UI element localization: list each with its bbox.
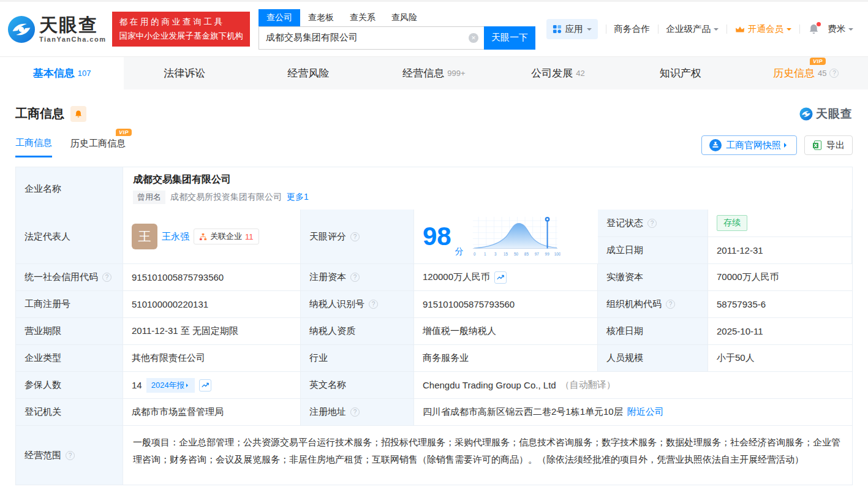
status-badge: 存续: [717, 215, 747, 231]
reg-capital-value: 120000万人民币: [423, 271, 490, 283]
subscribe-bell-button[interactable]: [70, 106, 86, 122]
annual-report-label: 2024年报: [151, 380, 185, 391]
slogan-line2: 国家中小企业发展子基金旗下机构: [119, 29, 243, 43]
vip-badge: VIP: [116, 129, 132, 136]
tab-label: 经营风险: [288, 66, 330, 80]
company-type-value: 其他有限责任公司: [123, 345, 301, 372]
search-tab-relation[interactable]: 查关系: [350, 9, 376, 26]
address-value: 四川省成都市高新区锦云西二巷2号1栋1单元10层: [423, 406, 623, 418]
company-tabbar: 基本信息 107 法律诉讼 经营风险 经营信息 999+ 公司发展 42 知识产…: [0, 56, 868, 89]
search-tab-company[interactable]: 查公司: [259, 9, 300, 26]
former-name-tag: 曾用名: [133, 191, 165, 204]
staff-size-label: 人员规模: [598, 345, 708, 372]
svg-text:3: 3: [494, 252, 497, 256]
export-button[interactable]: 导出: [804, 135, 853, 155]
industry-value: 商务服务业: [414, 345, 598, 372]
nav-username: 费米: [828, 23, 845, 35]
score-value: 98: [423, 224, 451, 249]
svg-text:15: 15: [504, 252, 508, 256]
notification-dot: [817, 22, 821, 26]
logo-domain-text: TianYanCha.com: [39, 36, 106, 43]
table-row: 工商注册号 510100000220131 纳税人识别号 ? 915101005…: [16, 291, 852, 318]
tab-company-development[interactable]: 公司发展 42: [496, 57, 620, 89]
nav-apps[interactable]: 应用: [546, 19, 598, 39]
business-term-value: 2011-12-31 至 无固定期限: [123, 318, 301, 345]
site-logo[interactable]: 天眼查 TianYanCha.com: [7, 15, 106, 44]
help-icon[interactable]: ?: [350, 232, 360, 241]
help-icon[interactable]: ?: [647, 219, 657, 228]
nav-user-menu[interactable]: 费米: [828, 23, 853, 35]
search-clear-icon[interactable]: ✕: [469, 33, 478, 43]
approval-date-value: 2025-10-11: [708, 318, 852, 345]
paid-capital-value: 70000万人民币: [708, 264, 852, 291]
chevron-down-icon: [587, 28, 592, 33]
nav-enterprise-label: 企业级产品: [666, 23, 711, 35]
search-button[interactable]: 天眼一下: [484, 26, 535, 50]
nav-apps-label: 应用: [565, 23, 583, 35]
reg-authority-value: 成都市市场监督管理局: [123, 399, 301, 426]
uscc-value: 915101005875793560: [123, 264, 301, 291]
score-cell: 98 分: [414, 210, 598, 264]
svg-text:1: 1: [484, 252, 486, 256]
legal-rep-avatar[interactable]: 王: [132, 224, 157, 249]
tab-count: 45: [818, 69, 826, 78]
legal-rep-name-link[interactable]: 王永强: [162, 231, 189, 243]
tab-basic-info[interactable]: 基本信息 107: [0, 57, 124, 89]
search-tab-risk[interactable]: 查风险: [391, 9, 417, 26]
tab-operation-risk[interactable]: 经营风险: [248, 57, 372, 89]
business-scope-label: 经营范围: [25, 450, 61, 461]
help-icon[interactable]: ?: [102, 273, 111, 282]
company-name-cell: 成都交易集团有限公司 曾用名 成都交易所投资集团有限公司 更多1: [123, 167, 852, 211]
address-label-cell: 注册地址 ?: [301, 399, 414, 426]
tab-operation-info[interactable]: 经营信息 999+: [372, 57, 496, 89]
help-icon[interactable]: ?: [666, 300, 675, 309]
business-scope-value: 一般项目：企业总部管理；公共资源交易平台运行技术服务；招投标代理服务；采购代理服…: [123, 426, 852, 485]
subtab-business-info[interactable]: 工商信息: [15, 137, 52, 157]
main-content: 工商信息 天眼查 工商信息: [0, 89, 868, 485]
related-companies-label: 关联企业: [210, 231, 242, 242]
table-row: 营业期限 2011-12-31 至 无固定期限 纳税人资质 增值税一般纳税人 核…: [16, 318, 852, 345]
help-icon[interactable]: ?: [369, 300, 378, 309]
nav-divider: [658, 25, 659, 34]
english-name-cell: Chengdu Trading Group Co., Ltd （自动翻译）: [414, 372, 852, 399]
arrow-right-icon: [784, 143, 789, 148]
related-companies-badge[interactable]: 关联企业 11: [194, 229, 259, 244]
official-snapshot-button[interactable]: 工商官网快照: [701, 135, 797, 155]
nearby-companies-link[interactable]: 附近公司: [627, 406, 664, 418]
reg-status-label-cell: 登记状态 ?: [598, 210, 708, 237]
tab-label: 知识产权: [660, 66, 701, 80]
company-name-label: 企业名称: [16, 167, 123, 211]
est-date-label: 成立日期: [598, 237, 708, 264]
table-row: 企业类型 其他有限责任公司 行业 商务服务业 人员规模 小于50人: [16, 345, 852, 372]
nav-enterprise[interactable]: 企业级产品: [666, 23, 719, 35]
table-row: 法定代表人 王 王永强 关联企业 11: [16, 210, 852, 264]
reg-status-label: 登记状态: [606, 218, 643, 229]
tianyancha-logo-icon: [799, 107, 813, 121]
nav-cooperation[interactable]: 商务合作: [614, 23, 650, 35]
legal-rep-label: 法定代表人: [16, 210, 123, 264]
search-tab-boss[interactable]: 查老板: [308, 9, 334, 26]
tab-label: 历史信息: [773, 67, 815, 79]
annual-report-badge[interactable]: 2024年报: [146, 378, 195, 393]
table-row: 登记机关 成都市市场监督管理局 注册地址 ? 四川省成都市高新区锦云西二巷2号1…: [16, 399, 852, 426]
trend-chart-icon[interactable]: [199, 379, 211, 392]
nav-open-vip[interactable]: 开通会员: [735, 23, 791, 35]
org-code-value: 58757935-6: [708, 291, 852, 318]
org-code-label: 组织机构代码: [606, 298, 662, 310]
tab-history-info[interactable]: 历史信息 VIP 45 ?: [744, 57, 868, 89]
help-icon[interactable]: ?: [350, 273, 360, 282]
help-icon[interactable]: ?: [66, 451, 75, 460]
nav-divider: [606, 25, 606, 34]
help-icon[interactable]: ?: [829, 69, 839, 78]
trend-chart-icon[interactable]: [494, 271, 507, 284]
tab-legal[interactable]: 法律诉讼: [124, 57, 247, 89]
help-icon[interactable]: ?: [350, 407, 360, 417]
tab-intellectual-property[interactable]: 知识产权: [620, 57, 744, 89]
org-code-label-cell: 组织机构代码 ?: [598, 291, 708, 318]
notifications-button[interactable]: [808, 23, 820, 35]
more-former-names-link[interactable]: 更多1: [287, 192, 309, 203]
svg-text:50: 50: [514, 252, 519, 256]
subtab-history-business-info[interactable]: 历史工商信息 VIP: [70, 138, 126, 156]
search-input[interactable]: [259, 26, 484, 50]
table-row: 经营范围 ? 一般项目：企业总部管理；公共资源交易平台运行技术服务；招投标代理服…: [16, 426, 852, 485]
